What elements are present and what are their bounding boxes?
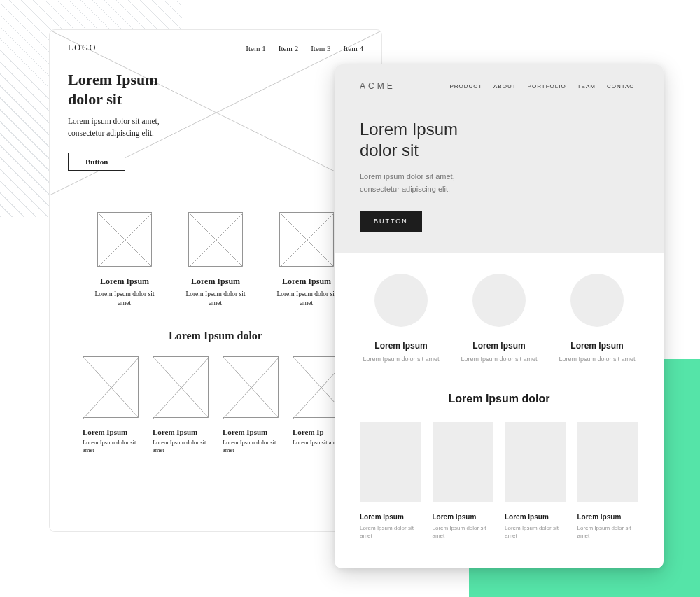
card-title: Lorem Ipsum xyxy=(90,276,160,287)
wireframe-cards-row: Lorem Ipsum Lorem Ipsum dolor sit amet L… xyxy=(50,356,382,456)
image-placeholder-icon xyxy=(578,422,639,502)
wireframe-feature-card: Lorem Ipsum Lorem Ipsum dolor sit amet xyxy=(272,212,342,309)
wireframe-feature-card: Lorem Ipsum Lorem Ipsum dolor sit amet xyxy=(90,212,160,309)
image-placeholder-icon xyxy=(360,422,421,502)
card-title: Lorem Ipsum xyxy=(458,341,540,351)
mockup-nav-item-about[interactable]: ABOUT xyxy=(493,83,517,90)
mockup-cta-button[interactable]: BUTTON xyxy=(360,211,422,232)
image-placeholder-icon xyxy=(153,356,209,418)
card-subtitle: Lorem Ipsum dolor sit amet xyxy=(360,355,442,365)
mockup-nav: ACME PRODUCT ABOUT PORTFOLIO TEAM CONTAC… xyxy=(360,64,638,119)
card-title: Lorem Ipsum xyxy=(181,276,251,287)
card-subtitle: Lorem Ipsum dolor sit amet xyxy=(360,524,421,540)
card-subtitle: Lorem Ipsum dolor sit amet xyxy=(433,524,494,540)
wireframe-feature-card: Lorem Ipsum Lorem Ipsum dolor sit amet xyxy=(181,212,251,309)
card-subtitle: Lorem Ipsum dolor sit amet xyxy=(505,524,566,540)
card-subtitle: Lorem Ipsum dolor sit amet xyxy=(272,290,342,309)
mockup-hero: ACME PRODUCT ABOUT PORTFOLIO TEAM CONTAC… xyxy=(335,64,664,253)
subtitle-line: consectetur adipiscing elit. xyxy=(68,129,154,137)
mockup-section-heading: Lorem Ipsum dolor xyxy=(335,393,664,405)
subtitle-line: consectetur adipiscing elit. xyxy=(360,185,450,193)
wireframe-section-heading: Lorem Ipsum dolor xyxy=(50,330,382,342)
card-subtitle: Lorem Ipsum dolor sit amet xyxy=(223,439,279,456)
wireframe-panel: LOGO Item 1 Item 2 Item 3 Item 4 Lorem I… xyxy=(49,29,382,532)
mockup-card: Lorem Ipsum Lorem Ipsum dolor sit amet xyxy=(578,422,639,540)
mockup-hero-subtitle: Lorem ipsum dolor sit amet, consectetur … xyxy=(360,171,507,195)
image-placeholder-icon xyxy=(433,422,494,502)
wireframe-features-row: Lorem Ipsum Lorem Ipsum dolor sit amet L… xyxy=(68,212,363,309)
title-line: Lorem Ipsum xyxy=(68,71,158,88)
mockup-nav-item-product[interactable]: PRODUCT xyxy=(449,83,482,90)
title-line: dolor sit xyxy=(360,141,419,160)
mockup-card: Lorem Ipsum Lorem Ipsum dolor sit amet xyxy=(505,422,566,540)
card-title: Lorem Ipsum xyxy=(360,341,442,351)
card-title: Lorem Ipsum xyxy=(272,276,342,287)
card-title: Lorem Ipsum xyxy=(556,341,638,351)
image-placeholder-icon xyxy=(374,274,428,327)
mockup-nav-item-team[interactable]: TEAM xyxy=(578,83,596,90)
mockup-feature-card: Lorem Ipsum Lorem Ipsum dolor sit amet xyxy=(360,274,442,365)
subtitle-line: Lorem ipsum dolor sit amet, xyxy=(360,172,455,181)
image-placeholder-icon xyxy=(505,422,566,502)
card-title: Lorem Ipsum xyxy=(83,428,139,436)
mockup-nav-item-portfolio[interactable]: PORTFOLIO xyxy=(528,83,566,90)
card-title: Lorem Ipsum xyxy=(223,428,279,436)
mockup-card: Lorem Ipsum Lorem Ipsum dolor sit amet xyxy=(360,422,421,540)
card-subtitle: Lorem Ipsum dolor sit amet xyxy=(83,439,139,456)
card-title: Lorem Ipsum xyxy=(578,513,639,521)
mockup-cards-row: Lorem Ipsum Lorem Ipsum dolor sit amet L… xyxy=(335,422,664,540)
mockup-panel: ACME PRODUCT ABOUT PORTFOLIO TEAM CONTAC… xyxy=(335,64,664,568)
card-subtitle: Lorem Ipsum dolor sit amet xyxy=(90,290,160,309)
title-line: Lorem Ipsum xyxy=(360,120,458,139)
card-title: Lorem Ipsum xyxy=(433,513,494,521)
wireframe-card: Lorem Ipsum Lorem Ipsum dolor sit amet xyxy=(153,356,209,456)
image-placeholder-icon xyxy=(223,356,279,418)
card-subtitle: Lorem Ipsum dolor sit amet xyxy=(458,355,540,365)
card-subtitle: Lorem Ipsum dolor sit amet xyxy=(578,524,639,540)
wireframe-hero-subtitle: Lorem ipsum dolor sit amet, consectetur … xyxy=(68,115,215,140)
wireframe-hero: LOGO Item 1 Item 2 Item 3 Item 4 Lorem I… xyxy=(50,30,382,195)
image-placeholder-icon xyxy=(97,212,152,267)
wireframe-nav-item[interactable]: Item 3 xyxy=(311,44,330,52)
image-placeholder-icon xyxy=(188,212,243,267)
image-placeholder-icon xyxy=(83,356,139,418)
title-line: dolor sit xyxy=(68,90,122,108)
wireframe-nav: LOGO Item 1 Item 2 Item 3 Item 4 xyxy=(50,30,382,53)
mockup-feature-card: Lorem Ipsum Lorem Ipsum dolor sit amet xyxy=(556,274,638,365)
wireframe-card: Lorem Ipsum Lorem Ipsum dolor sit amet xyxy=(83,356,139,456)
card-title: Lorem Ipsum xyxy=(505,513,566,521)
card-subtitle: Lorem Ipsum dolor sit amet xyxy=(556,355,638,365)
wireframe-logo[interactable]: LOGO xyxy=(68,43,97,53)
wireframe-nav-item[interactable]: Item 2 xyxy=(279,44,298,52)
mockup-hero-title: Lorem Ipsum dolor sit xyxy=(360,119,638,161)
mockup-nav-item-contact[interactable]: CONTACT xyxy=(607,83,638,90)
mockup-feature-card: Lorem Ipsum Lorem Ipsum dolor sit amet xyxy=(458,274,540,365)
image-placeholder-icon xyxy=(279,212,334,267)
subtitle-line: Lorem ipsum dolor sit amet, xyxy=(68,117,160,125)
wireframe-card: Lorem Ipsum Lorem Ipsum dolor sit amet xyxy=(223,356,279,456)
wireframe-cta-button[interactable]: Button xyxy=(68,153,125,171)
wireframe-nav-item[interactable]: Item 4 xyxy=(344,44,363,52)
wireframe-hero-title: Lorem Ipsum dolor sit xyxy=(68,70,363,108)
card-subtitle: Lorem Ipsum dolor sit amet xyxy=(153,439,209,456)
image-placeholder-icon xyxy=(472,274,526,327)
mockup-features-row: Lorem Ipsum Lorem Ipsum dolor sit amet L… xyxy=(360,274,638,365)
mockup-card: Lorem Ipsum Lorem Ipsum dolor sit amet xyxy=(433,422,494,540)
mockup-logo[interactable]: ACME xyxy=(360,81,396,91)
card-title: Lorem Ipsum xyxy=(153,428,209,436)
card-title: Lorem Ipsum xyxy=(360,513,421,521)
wireframe-nav-item[interactable]: Item 1 xyxy=(246,44,265,52)
card-subtitle: Lorem Ipsum dolor sit amet xyxy=(181,290,251,309)
image-placeholder-icon xyxy=(570,274,624,327)
